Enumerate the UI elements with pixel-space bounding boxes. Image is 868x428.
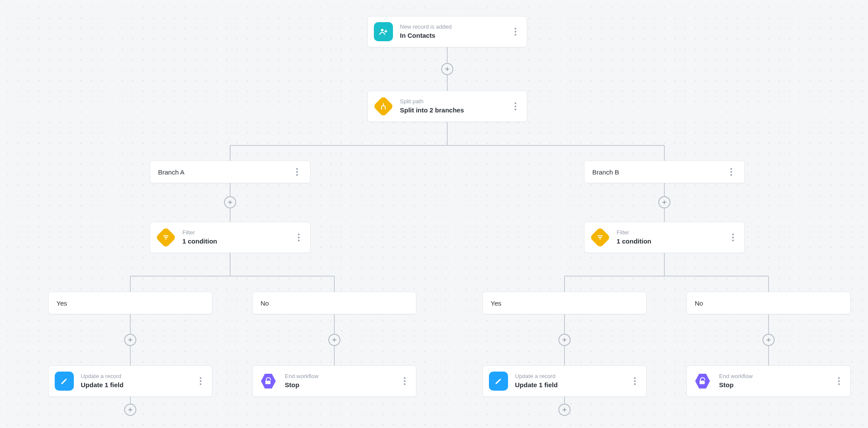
svg-rect-25 — [265, 381, 271, 384]
person-add-icon — [374, 22, 393, 41]
split-path-node[interactable]: Split path Split into 2 branches — [367, 91, 527, 122]
stop-b-menu-button[interactable] — [834, 376, 844, 386]
update-record-a-node[interactable]: Update a record Update 1 field — [48, 365, 212, 397]
stop-a-main: Stop — [285, 381, 395, 389]
update-a-sub: Update a record — [81, 373, 191, 380]
svg-point-23 — [385, 109, 386, 110]
filter-a-labels: Filter 1 condition — [182, 229, 289, 245]
filter-b-menu-button[interactable] — [728, 232, 738, 243]
add-step-after-update-a[interactable] — [124, 404, 136, 416]
trigger-labels: New record is added In Contacts — [400, 23, 506, 40]
filter-a-node[interactable]: Filter 1 condition — [150, 222, 310, 253]
stop-a-menu-button[interactable] — [399, 376, 410, 386]
branch-b-title: Branch B — [592, 168, 619, 176]
update-b-menu-button[interactable] — [630, 376, 640, 386]
update-b-labels: Update a record Update 1 field — [515, 373, 625, 389]
add-step-branch-b[interactable] — [658, 196, 670, 208]
split-sub: Split path — [400, 98, 506, 105]
filter-icon — [591, 228, 610, 247]
yes-label: Yes — [491, 300, 501, 307]
filter-a-no-card[interactable]: No — [252, 292, 416, 314]
branch-a-title: Branch A — [158, 168, 185, 176]
add-step-b-yes[interactable] — [558, 334, 571, 346]
branch-b-menu-button[interactable] — [726, 167, 736, 177]
stop-a-labels: End workflow Stop — [285, 373, 395, 389]
stop-icon — [259, 372, 278, 391]
filter-a-main: 1 condition — [182, 237, 289, 246]
pencil-icon — [55, 372, 74, 391]
split-main: Split into 2 branches — [400, 106, 506, 115]
split-icon — [374, 97, 393, 116]
add-step-b-no[interactable] — [762, 334, 775, 346]
add-step-a-yes[interactable] — [124, 334, 136, 346]
update-a-main: Update 1 field — [81, 381, 191, 389]
trigger-sub: New record is added — [400, 23, 506, 30]
branch-a-menu-button[interactable] — [292, 167, 302, 177]
end-workflow-a-node[interactable]: End workflow Stop — [252, 365, 416, 397]
stop-a-sub: End workflow — [285, 373, 395, 380]
filter-b-yes-card[interactable]: Yes — [482, 292, 647, 314]
svg-rect-27 — [700, 381, 705, 384]
filter-b-sub: Filter — [617, 229, 723, 236]
stop-b-sub: End workflow — [719, 373, 829, 380]
add-step-a-no[interactable] — [328, 334, 340, 346]
filter-b-node[interactable]: Filter 1 condition — [584, 222, 745, 253]
trigger-node[interactable]: New record is added In Contacts — [367, 16, 527, 47]
stop-icon — [693, 372, 712, 391]
connector-lines — [0, 0, 868, 428]
end-workflow-b-node[interactable]: End workflow Stop — [686, 365, 851, 397]
no-label: No — [261, 300, 269, 307]
update-record-b-node[interactable]: Update a record Update 1 field — [482, 365, 647, 397]
svg-point-21 — [381, 29, 383, 31]
trigger-menu-button[interactable] — [510, 26, 521, 37]
add-step-after-update-b[interactable] — [558, 404, 571, 416]
update-b-sub: Update a record — [515, 373, 625, 380]
no-label: No — [695, 300, 703, 307]
trigger-main: In Contacts — [400, 32, 506, 40]
svg-point-22 — [381, 109, 383, 110]
split-labels: Split path Split into 2 branches — [400, 98, 506, 114]
branch-a-card[interactable]: Branch A — [150, 161, 310, 183]
filter-a-sub: Filter — [182, 229, 289, 236]
update-b-main: Update 1 field — [515, 381, 625, 389]
add-step-branch-a[interactable] — [224, 196, 236, 208]
pencil-icon — [489, 372, 508, 391]
stop-b-main: Stop — [719, 381, 829, 389]
workflow-canvas[interactable]: New record is added In Contacts Split pa… — [0, 0, 868, 428]
update-a-labels: Update a record Update 1 field — [81, 373, 191, 389]
update-a-menu-button[interactable] — [195, 376, 206, 386]
filter-a-menu-button[interactable] — [294, 232, 304, 243]
filter-a-yes-card[interactable]: Yes — [48, 292, 212, 314]
split-menu-button[interactable] — [510, 101, 521, 112]
filter-b-labels: Filter 1 condition — [617, 229, 723, 245]
filter-icon — [156, 228, 175, 247]
branch-b-card[interactable]: Branch B — [584, 161, 745, 183]
filter-b-no-card[interactable]: No — [686, 292, 851, 314]
stop-b-labels: End workflow Stop — [719, 373, 829, 389]
yes-label: Yes — [56, 300, 67, 307]
filter-b-main: 1 condition — [617, 237, 723, 246]
add-step-after-trigger[interactable] — [441, 63, 453, 75]
